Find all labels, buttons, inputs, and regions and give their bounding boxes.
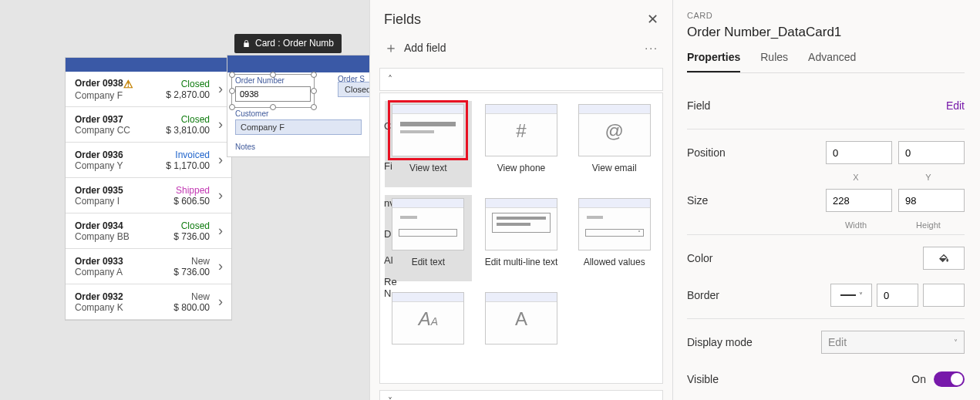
gallery-row[interactable]: Order 0938⚠Company FClosed$ 2,870.00› [66, 72, 231, 107]
notes-label: Notes [235, 143, 362, 151]
position-x-input[interactable] [826, 141, 892, 164]
order-number-label: Order Number [235, 76, 311, 85]
add-field-button[interactable]: ＋ Add field [384, 39, 446, 57]
paint-bucket-icon [938, 252, 950, 264]
gallery-row[interactable]: Order 0932Company KNew$ 800.00› [66, 284, 231, 320]
color-label: Color [687, 252, 923, 264]
card-type-grid: View text#View phone@View emailEdit text… [379, 92, 663, 384]
accordion-row[interactable]: ˅ [379, 390, 663, 400]
close-icon[interactable]: ✕ [647, 11, 658, 28]
lock-icon [242, 39, 251, 48]
border-color-swatch[interactable] [923, 284, 965, 307]
gallery-header [66, 58, 231, 72]
form-header [227, 55, 369, 72]
more-icon[interactable]: ··· [645, 42, 658, 54]
chevron-right-icon: › [214, 152, 227, 168]
size-label: Size [687, 194, 826, 207]
gallery-row[interactable]: Order 0936Company YInvoiced$ 1,170.00› [66, 143, 231, 178]
chevron-down-icon: ˅ [388, 396, 392, 400]
chevron-right-icon: › [214, 258, 227, 274]
customer-label: Customer [235, 109, 362, 118]
card-type-aa1[interactable]: AA [385, 289, 472, 375]
chevron-up-icon: ˄ [388, 74, 392, 85]
add-field-label: Add field [404, 42, 446, 54]
gallery-row[interactable]: Order 0934Company BBClosed$ 736.00› [66, 213, 231, 249]
chevron-right-icon: › [214, 81, 227, 97]
properties-panel: CARD Order Number_DataCard1 Properties R… [672, 0, 980, 400]
order-number-input[interactable] [235, 86, 311, 102]
selection-tag: Card : Order Numb [234, 34, 342, 53]
height-input[interactable] [898, 189, 965, 212]
card-type-edit-text[interactable]: Edit text [385, 195, 472, 281]
card-type-edit-multi[interactable]: Edit multi-line text [478, 195, 565, 281]
element-kind-label: CARD [687, 11, 965, 20]
fields-panel-title: Fields [384, 12, 421, 28]
order-number-card[interactable]: Order Number [227, 72, 318, 106]
fields-panel: Fields ✕ ＋ Add field ··· C Fi nv D Al Re… [369, 0, 672, 400]
card-type-allowed[interactable]: ˅Allowed values [571, 195, 658, 281]
display-mode-value: Edit [828, 336, 847, 348]
position-label: Position [687, 146, 826, 159]
border-width-input[interactable] [877, 284, 918, 307]
tab-properties[interactable]: Properties [687, 51, 740, 72]
width-input[interactable] [826, 189, 892, 212]
chevron-right-icon: › [214, 116, 227, 133]
visible-toggle[interactable] [934, 371, 965, 387]
display-mode-label: Display mode [687, 336, 821, 348]
card-type-aa2[interactable]: A [478, 289, 565, 375]
chevron-down-icon: ˅ [859, 291, 863, 300]
tab-rules[interactable]: Rules [760, 51, 788, 72]
accordion-row[interactable]: ˄ [379, 68, 663, 91]
chevron-down-icon: ˅ [954, 338, 958, 347]
notes-card[interactable]: Notes [227, 139, 369, 156]
card-type-view-email[interactable]: @View email [571, 101, 658, 187]
properties-tabs: Properties Rules Advanced [687, 51, 965, 73]
chevron-right-icon: › [214, 223, 227, 239]
card-type-view-phone[interactable]: #View phone [478, 101, 565, 187]
border-label: Border [687, 289, 830, 301]
display-mode-dropdown[interactable]: Edit ˅ [821, 331, 965, 354]
border-style-dropdown[interactable]: ˅ [830, 284, 872, 307]
gallery-row[interactable]: Order 0933Company ANew$ 736.00› [66, 249, 231, 284]
customer-value: Company F [235, 119, 362, 135]
orders-gallery[interactable]: Order 0938⚠Company FClosed$ 2,870.00›Ord… [65, 57, 232, 321]
field-edit-link[interactable]: Edit [946, 99, 965, 112]
color-picker-button[interactable] [923, 247, 965, 270]
position-y-input[interactable] [898, 141, 965, 164]
visible-state: On [911, 373, 926, 385]
tab-advanced[interactable]: Advanced [808, 51, 856, 72]
selection-tag-text: Card : Order Numb [255, 38, 334, 49]
visible-label: Visible [687, 373, 911, 385]
card-type-view-text[interactable]: View text [385, 101, 472, 187]
gallery-row[interactable]: Order 0937Company CCClosed$ 3,810.00› [66, 107, 231, 143]
customer-card[interactable]: Customer Company F [227, 106, 369, 139]
plus-icon: ＋ [384, 39, 398, 57]
chevron-right-icon: › [214, 187, 227, 203]
gallery-row[interactable]: Order 0935Company IShipped$ 606.50› [66, 178, 231, 213]
field-label: Field [687, 99, 946, 112]
element-name: Order Number_DataCard1 [687, 25, 965, 40]
chevron-right-icon: › [214, 294, 227, 310]
